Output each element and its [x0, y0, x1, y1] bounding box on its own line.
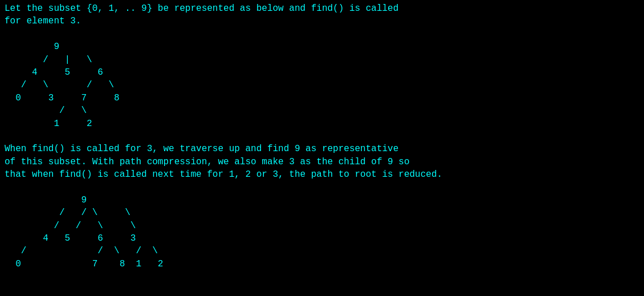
line2: for element 3. [5, 16, 81, 26]
blank-line [5, 131, 10, 141]
main-content: Let the subset {0, 1, .. 9} be represent… [5, 2, 639, 270]
explanation: When find() is called for 3, we traverse… [5, 144, 442, 180]
tree2: 9 / / \ \ / / \ \ 4 5 6 3 / / \ / \ 0 7 … [5, 195, 163, 269]
tree2-spacer [5, 182, 10, 192]
tree1-spacer [5, 29, 10, 39]
tree1: 9 / | \ 4 5 6 / \ / \ 0 3 7 8 / \ 1 2 [5, 42, 120, 128]
line1: Let the subset {0, 1, .. 9} be represent… [5, 3, 398, 14]
